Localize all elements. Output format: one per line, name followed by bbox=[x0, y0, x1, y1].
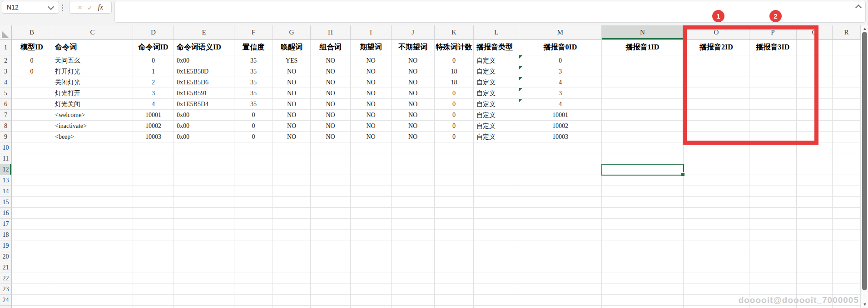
cell-H19[interactable] bbox=[311, 240, 351, 251]
cell-E22[interactable] bbox=[174, 273, 234, 284]
row-header-8[interactable]: 8 bbox=[0, 121, 12, 132]
cell-Q22[interactable] bbox=[797, 273, 833, 284]
cell-B8[interactable] bbox=[12, 121, 52, 132]
name-box[interactable]: N12 bbox=[2, 1, 59, 14]
cell-B10[interactable] bbox=[12, 142, 52, 153]
cell-G11[interactable] bbox=[273, 153, 311, 164]
cell-P17[interactable] bbox=[749, 219, 797, 230]
cell-K1[interactable]: 特殊词计数 bbox=[435, 40, 474, 55]
cell-L15[interactable] bbox=[474, 197, 519, 208]
cell-Q1[interactable] bbox=[797, 40, 833, 55]
cell-P20[interactable] bbox=[749, 251, 797, 262]
cell-Q6[interactable] bbox=[797, 99, 833, 110]
cell-N23[interactable] bbox=[602, 284, 684, 295]
cell-J8[interactable]: NO bbox=[392, 121, 435, 132]
cell-E18[interactable] bbox=[174, 230, 234, 240]
cell-H23[interactable] bbox=[311, 284, 351, 295]
cell-O11[interactable] bbox=[684, 153, 749, 164]
cell-K16[interactable] bbox=[435, 208, 474, 219]
cell-C1[interactable]: 命令词 bbox=[52, 40, 133, 55]
cell-O21[interactable] bbox=[684, 262, 749, 273]
cell-D12[interactable] bbox=[133, 164, 174, 175]
cell-L6[interactable]: 自定义 bbox=[474, 99, 519, 110]
cell-N11[interactable] bbox=[602, 153, 684, 164]
cell-L1[interactable]: 播报音类型 bbox=[474, 40, 519, 55]
cell-K23[interactable] bbox=[435, 284, 474, 295]
cell-P18[interactable] bbox=[749, 230, 797, 240]
cell-R11[interactable] bbox=[833, 153, 861, 164]
cell-N17[interactable] bbox=[602, 219, 684, 230]
cell-R13[interactable] bbox=[833, 175, 861, 186]
cell-I1[interactable]: 期望词 bbox=[351, 40, 392, 55]
cell-C14[interactable] bbox=[52, 186, 133, 197]
cell-P11[interactable] bbox=[749, 153, 797, 164]
cell-C19[interactable] bbox=[52, 240, 133, 251]
cell-Q16[interactable] bbox=[797, 208, 833, 219]
cell-J9[interactable]: NO bbox=[392, 132, 435, 142]
cell-J16[interactable] bbox=[392, 208, 435, 219]
cell-N21[interactable] bbox=[602, 262, 684, 273]
cell-N24[interactable] bbox=[602, 295, 684, 306]
cell-O5[interactable] bbox=[684, 88, 749, 99]
cell-C16[interactable] bbox=[52, 208, 133, 219]
row-header-24[interactable]: 24 bbox=[0, 295, 12, 306]
cell-D22[interactable] bbox=[133, 273, 174, 284]
cell-B22[interactable] bbox=[12, 273, 52, 284]
cell-O1[interactable]: 播报音2ID bbox=[684, 40, 749, 55]
cell-M16[interactable] bbox=[519, 208, 602, 219]
cell-E5[interactable]: 0x1E5B591 bbox=[174, 88, 234, 99]
cell-P1[interactable]: 播报音3ID bbox=[749, 40, 797, 55]
cell-H24[interactable] bbox=[311, 295, 351, 306]
cell-I6[interactable]: NO bbox=[351, 99, 392, 110]
cell-J3[interactable]: NO bbox=[392, 66, 435, 77]
cell-O16[interactable] bbox=[684, 208, 749, 219]
cell-F11[interactable] bbox=[234, 153, 273, 164]
cell-R15[interactable] bbox=[833, 197, 861, 208]
cell-J25[interactable] bbox=[392, 306, 435, 308]
cell-L14[interactable] bbox=[474, 186, 519, 197]
row-header-3[interactable]: 3 bbox=[0, 66, 12, 77]
row-header-21[interactable]: 21 bbox=[0, 262, 12, 273]
fill-handle[interactable] bbox=[681, 172, 685, 176]
cell-E8[interactable]: 0x00 bbox=[174, 121, 234, 132]
cell-J13[interactable] bbox=[392, 175, 435, 186]
cell-D20[interactable] bbox=[133, 251, 174, 262]
cell-E24[interactable] bbox=[174, 295, 234, 306]
cell-M21[interactable] bbox=[519, 262, 602, 273]
cell-H9[interactable]: NO bbox=[311, 132, 351, 142]
cell-D18[interactable] bbox=[133, 230, 174, 240]
cell-P22[interactable] bbox=[749, 273, 797, 284]
cell-O7[interactable] bbox=[684, 110, 749, 121]
cell-N22[interactable] bbox=[602, 273, 684, 284]
cell-G18[interactable] bbox=[273, 230, 311, 240]
cell-E19[interactable] bbox=[174, 240, 234, 251]
cell-F24[interactable] bbox=[234, 295, 273, 306]
cell-I5[interactable]: NO bbox=[351, 88, 392, 99]
cell-J22[interactable] bbox=[392, 273, 435, 284]
cell-R21[interactable] bbox=[833, 262, 861, 273]
cell-R10[interactable] bbox=[833, 142, 861, 153]
cell-B7[interactable] bbox=[12, 110, 52, 121]
cell-E11[interactable] bbox=[174, 153, 234, 164]
cell-N8[interactable] bbox=[602, 121, 684, 132]
cell-R22[interactable] bbox=[833, 273, 861, 284]
cell-B21[interactable] bbox=[12, 262, 52, 273]
cell-E25[interactable] bbox=[174, 306, 234, 308]
cell-H10[interactable] bbox=[311, 142, 351, 153]
cell-N14[interactable] bbox=[602, 186, 684, 197]
cell-F8[interactable]: 0 bbox=[234, 121, 273, 132]
cell-J7[interactable]: NO bbox=[392, 110, 435, 121]
cell-M1[interactable]: 播报音0ID bbox=[519, 40, 602, 55]
cell-C10[interactable] bbox=[52, 142, 133, 153]
cell-C21[interactable] bbox=[52, 262, 133, 273]
cell-I12[interactable] bbox=[351, 164, 392, 175]
cell-E17[interactable] bbox=[174, 219, 234, 230]
cell-Q11[interactable] bbox=[797, 153, 833, 164]
cell-E6[interactable]: 0x1E5B5D4 bbox=[174, 99, 234, 110]
cell-G25[interactable] bbox=[273, 306, 311, 308]
cell-C24[interactable] bbox=[52, 295, 133, 306]
cell-M3[interactable]: 3 bbox=[519, 66, 602, 77]
cell-K19[interactable] bbox=[435, 240, 474, 251]
cell-D8[interactable]: 10002 bbox=[133, 121, 174, 132]
cell-H25[interactable] bbox=[311, 306, 351, 308]
